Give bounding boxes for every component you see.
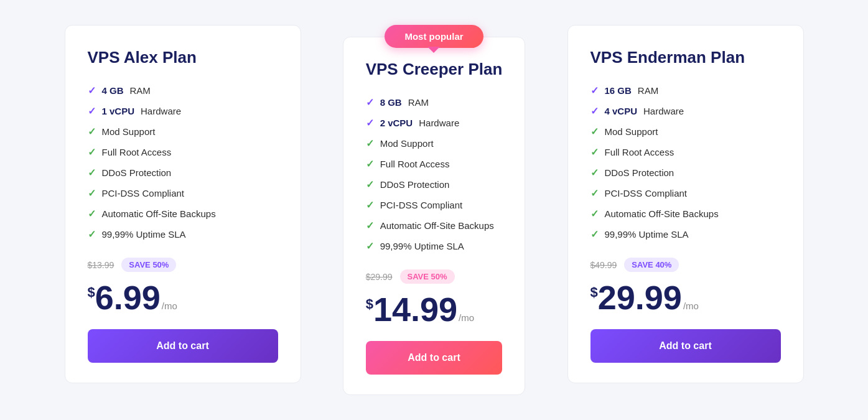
- list-item: ✓99,99% Uptime SLA: [590, 228, 781, 240]
- dollar-sign: $: [88, 284, 95, 301]
- check-icon: ✓: [88, 228, 96, 240]
- list-item: ✓16 GB RAM: [590, 85, 781, 96]
- list-item: ✓Mod Support: [366, 138, 503, 149]
- pricing-row: $49.99SAVE 40%: [590, 258, 781, 272]
- feature-text: DDoS Protection: [605, 167, 674, 178]
- check-icon: ✓: [590, 187, 599, 199]
- check-icon: ✓: [88, 126, 96, 138]
- check-icon: ✓: [366, 138, 374, 149]
- add-to-cart-button-enderman[interactable]: Add to cart: [590, 329, 781, 363]
- list-item: ✓DDoS Protection: [366, 179, 503, 190]
- original-price: $13.99: [88, 260, 114, 270]
- feature-text: 99,99% Uptime SLA: [605, 229, 689, 240]
- feature-bold: 16 GB: [605, 85, 632, 96]
- price-per: /mo: [459, 312, 474, 323]
- feature-text: DDoS Protection: [102, 167, 172, 178]
- plan-card-alex: VPS Alex Plan✓4 GB RAM✓1 vCPU Hardware✓M…: [65, 25, 301, 383]
- feature-text: Automatic Off-Site Backups: [380, 220, 494, 231]
- list-item: ✓DDoS Protection: [590, 167, 781, 179]
- feature-text: PCI-DSS Compliant: [605, 188, 688, 198]
- check-icon: ✓: [590, 126, 599, 138]
- price-row: $14.99/mo: [366, 292, 503, 326]
- feature-bold: 4 vCPU: [605, 106, 638, 116]
- feature-text: Automatic Off-Site Backups: [605, 208, 719, 219]
- list-item: ✓4 GB RAM: [88, 85, 278, 96]
- feature-text: Hardware: [141, 106, 181, 116]
- feature-text: 99,99% Uptime SLA: [380, 241, 464, 251]
- list-item: ✓PCI-DSS Compliant: [590, 187, 781, 199]
- check-icon: ✓: [590, 228, 599, 240]
- feature-text: Hardware: [643, 106, 684, 116]
- feature-text: RAM: [638, 85, 658, 96]
- feature-text: Mod Support: [102, 126, 156, 137]
- check-icon: ✓: [88, 85, 96, 96]
- price-main: 6.99: [95, 281, 161, 314]
- plan-card-enderman: VPS Enderman Plan✓16 GB RAM✓4 vCPU Hardw…: [567, 25, 804, 383]
- list-item: ✓8 GB RAM: [366, 96, 503, 108]
- list-item: ✓4 vCPU Hardware: [590, 105, 781, 117]
- list-item: ✓Automatic Off-Site Backups: [88, 208, 278, 220]
- check-icon: ✓: [590, 167, 599, 179]
- feature-text: Automatic Off-Site Backups: [102, 208, 216, 219]
- check-icon: ✓: [88, 105, 96, 117]
- feature-text: PCI-DSS Compliant: [380, 200, 463, 210]
- original-price: $29.99: [366, 272, 393, 282]
- dollar-sign: $: [590, 284, 598, 301]
- feature-bold: 4 GB: [102, 85, 124, 96]
- check-icon: ✓: [88, 208, 96, 220]
- list-item: ✓Automatic Off-Site Backups: [590, 208, 781, 220]
- original-price: $49.99: [590, 260, 617, 270]
- feature-text: PCI-DSS Compliant: [102, 188, 185, 198]
- plan-title-enderman: VPS Enderman Plan: [590, 48, 781, 67]
- feature-bold: 2 vCPU: [380, 118, 413, 128]
- pricing-row: $29.99SAVE 50%: [366, 269, 503, 284]
- feature-bold: 8 GB: [380, 97, 402, 108]
- list-item: ✓PCI-DSS Compliant: [88, 187, 278, 199]
- check-icon: ✓: [590, 105, 599, 117]
- check-icon: ✓: [590, 146, 599, 158]
- feature-text: RAM: [408, 97, 429, 108]
- list-item: ✓99,99% Uptime SLA: [366, 240, 503, 252]
- list-item: ✓PCI-DSS Compliant: [366, 199, 503, 211]
- list-item: ✓Mod Support: [590, 126, 781, 138]
- price-per: /mo: [683, 301, 699, 311]
- check-icon: ✓: [366, 179, 374, 190]
- add-to-cart-button-alex[interactable]: Add to cart: [88, 329, 278, 363]
- check-icon: ✓: [88, 187, 96, 199]
- price-main: 14.99: [373, 292, 457, 326]
- price-main: 29.99: [598, 281, 682, 314]
- check-icon: ✓: [366, 96, 374, 108]
- check-icon: ✓: [366, 158, 374, 170]
- check-icon: ✓: [366, 220, 374, 231]
- list-item: ✓2 vCPU Hardware: [366, 117, 503, 129]
- features-list-enderman: ✓16 GB RAM✓4 vCPU Hardware✓Mod Support✓F…: [590, 85, 781, 240]
- feature-text: Mod Support: [380, 138, 434, 149]
- plans-container: VPS Alex Plan✓4 GB RAM✓1 vCPU Hardware✓M…: [61, 25, 808, 395]
- feature-bold: 1 vCPU: [102, 106, 135, 116]
- price-row: $6.99/mo: [88, 281, 278, 314]
- check-icon: ✓: [366, 117, 374, 129]
- check-icon: ✓: [366, 240, 374, 252]
- list-item: ✓Mod Support: [88, 126, 278, 138]
- check-icon: ✓: [88, 167, 96, 179]
- plan-title-alex: VPS Alex Plan: [88, 48, 278, 67]
- price-row: $29.99/mo: [590, 281, 781, 314]
- save-badge: SAVE 50%: [121, 258, 176, 272]
- popular-wrapper: Most popularVPS Creeper Plan✓8 GB RAM✓2 …: [316, 25, 553, 395]
- save-badge: SAVE 40%: [624, 258, 679, 272]
- list-item: ✓1 vCPU Hardware: [88, 105, 278, 117]
- list-item: ✓99,99% Uptime SLA: [88, 228, 278, 240]
- dollar-sign: $: [366, 296, 373, 312]
- feature-text: Hardware: [419, 118, 459, 128]
- features-list-alex: ✓4 GB RAM✓1 vCPU Hardware✓Mod Support✓Fu…: [88, 85, 278, 240]
- plan-title-creeper: VPS Creeper Plan: [366, 60, 503, 79]
- pricing-row: $13.99SAVE 50%: [88, 258, 278, 272]
- check-icon: ✓: [590, 85, 599, 96]
- plan-card-creeper: VPS Creeper Plan✓8 GB RAM✓2 vCPU Hardwar…: [343, 37, 526, 395]
- list-item: ✓Automatic Off-Site Backups: [366, 220, 503, 231]
- feature-text: DDoS Protection: [380, 179, 450, 190]
- feature-text: Mod Support: [605, 126, 658, 137]
- save-badge: SAVE 50%: [400, 269, 455, 284]
- feature-text: RAM: [130, 85, 151, 96]
- add-to-cart-button-creeper[interactable]: Add to cart: [366, 341, 503, 375]
